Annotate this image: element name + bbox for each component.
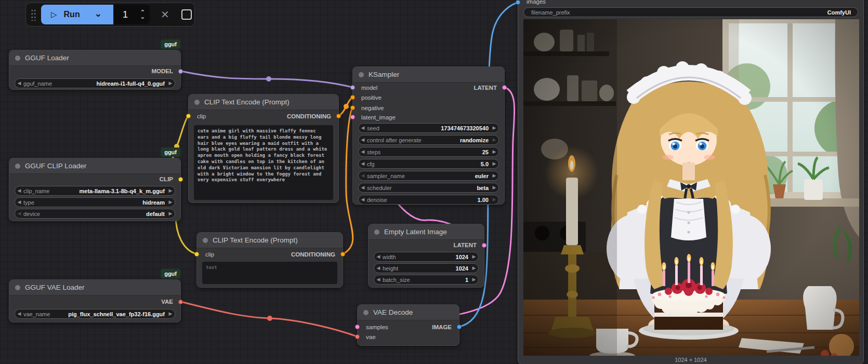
port-image-output[interactable] — [457, 325, 462, 329]
widget-gguf-name[interactable]: ◀ gguf_name hidream-i1-full-q4_0.gguf ▶ — [15, 78, 175, 88]
next-arrow-icon[interactable]: ▶ — [490, 171, 498, 180]
next-arrow-icon[interactable]: ▶ — [470, 252, 478, 261]
reroute-dot[interactable] — [267, 316, 272, 321]
prev-arrow-icon[interactable]: ◀ — [374, 275, 383, 284]
port-latent-image-input[interactable] — [350, 115, 355, 119]
queue-toolbar[interactable]: ▷ Run ⌄ 1 ⌃ ⌄ ✕ — [25, 3, 195, 26]
widget-sampler-name[interactable]: ◀ sampler_name euler ▶ — [358, 171, 499, 181]
queue-count-value[interactable]: 1 — [123, 9, 140, 20]
widget-control-after-generate[interactable]: ◀ control after generate randomize ▶ — [358, 135, 499, 145]
widget-height[interactable]: ◀ height 1024 ▶ — [374, 263, 479, 273]
prev-arrow-icon[interactable]: ◀ — [359, 159, 367, 168]
prev-arrow-icon[interactable]: ◀ — [359, 183, 367, 192]
node-header[interactable]: CLIP Text Encode (Prompt) — [197, 233, 343, 248]
prompt-textarea[interactable]: cute anime girl with massive fluffy fenn… — [194, 125, 333, 200]
widget-scheduler[interactable]: ◀ scheduler beta ▶ — [358, 183, 499, 193]
prompt-textarea-empty[interactable]: text — [202, 262, 337, 284]
queue-count-box[interactable]: 1 ⌃ ⌄ — [114, 5, 150, 24]
next-arrow-icon[interactable]: ▶ — [490, 159, 498, 168]
next-arrow-icon[interactable]: ▶ — [470, 275, 478, 284]
node-header[interactable]: VAE Decode — [358, 305, 459, 320]
drag-handle-icon[interactable] — [30, 8, 36, 21]
prev-arrow-icon[interactable]: ◀ — [15, 186, 23, 195]
prev-arrow-icon[interactable]: ◀ — [359, 171, 367, 180]
node-save-image[interactable]: images filename_prefix ComfyUI — [518, 0, 864, 364]
next-arrow-icon[interactable]: ▶ — [166, 309, 175, 318]
prev-arrow-icon[interactable]: ◀ — [374, 252, 383, 261]
reroute-dot[interactable] — [266, 76, 271, 82]
port-samples-input[interactable] — [355, 325, 360, 329]
port-latent-output[interactable] — [482, 243, 486, 248]
stop-icon[interactable] — [181, 9, 192, 20]
port-latent-output[interactable] — [502, 85, 507, 90]
next-arrow-icon[interactable]: ▶ — [490, 136, 498, 144]
prev-arrow-icon[interactable]: ◀ — [359, 195, 367, 204]
prev-arrow-icon[interactable]: ◀ — [15, 309, 23, 318]
prev-arrow-icon[interactable]: ◀ — [15, 198, 23, 207]
widget-batch-size[interactable]: ◀ batch_size 1 ▶ — [374, 275, 479, 285]
node-gguf-loader[interactable]: gguf GGUF Loader MODEL ◀ gguf_name hidre… — [9, 50, 181, 90]
collapse-dot-icon[interactable] — [203, 238, 208, 243]
node-header[interactable]: KSampler — [353, 67, 504, 83]
prev-arrow-icon[interactable]: ◀ — [359, 147, 367, 156]
widget-cfg[interactable]: ◀ cfg 5.0 ▶ — [358, 159, 499, 169]
node-clip-text-encode-negative[interactable]: CLIP Text Encode (Prompt) clip CONDITION… — [196, 232, 343, 288]
widget-seed[interactable]: ◀ seed 173474673320540 ▶ — [358, 123, 499, 133]
node-header[interactable]: GGUF CLIP Loader — [9, 158, 180, 174]
prev-arrow-icon[interactable]: ◀ — [374, 264, 383, 273]
widget-device[interactable]: ◀ device default ▶ — [15, 209, 175, 219]
collapse-dot-icon[interactable] — [15, 285, 20, 290]
node-vae-decode[interactable]: VAE Decode samples vae IMAGE — [357, 304, 459, 346]
port-vae-output[interactable] — [178, 300, 183, 304]
next-arrow-icon[interactable]: ▶ — [166, 198, 175, 207]
next-arrow-icon[interactable]: ▶ — [490, 147, 498, 156]
collapse-dot-icon[interactable] — [15, 164, 20, 169]
next-arrow-icon[interactable]: ▶ — [166, 209, 175, 218]
port-clip-input[interactable] — [194, 252, 199, 257]
collapse-dot-icon[interactable] — [359, 72, 364, 77]
next-arrow-icon[interactable]: ▶ — [490, 195, 498, 204]
node-header[interactable]: GGUF Loader — [9, 50, 180, 66]
widget-clip-name[interactable]: ◀ clip_name meta-llama-3.1-8b-q4_k_m.ggu… — [15, 186, 175, 196]
widget-filename-prefix[interactable]: filename_prefix ComfyUI — [523, 7, 858, 17]
port-model-output[interactable] — [178, 69, 183, 74]
node-gguf-clip-loader[interactable]: gguf GGUF CLIP Loader CLIP ◀ clip_name m… — [9, 158, 181, 221]
node-clip-text-encode-positive[interactable]: CLIP Text Encode (Prompt) clip CONDITION… — [188, 94, 339, 203]
collapse-dot-icon[interactable] — [374, 230, 379, 235]
prev-arrow-icon[interactable]: ◀ — [359, 136, 367, 144]
next-arrow-icon[interactable]: ▶ — [166, 79, 175, 88]
node-empty-latent-image[interactable]: Empty Latent Image LATENT ◀ width 1024 ▶… — [368, 224, 484, 288]
port-images-input[interactable] — [516, 0, 520, 5]
widget-steps[interactable]: ◀ steps 25 ▶ — [358, 147, 499, 157]
widget-type[interactable]: ◀ type hidream ▶ — [15, 197, 175, 207]
prev-arrow-icon[interactable]: ◀ — [359, 124, 367, 132]
run-button[interactable]: ▷ Run ⌄ — [41, 5, 113, 24]
next-arrow-icon[interactable]: ▶ — [490, 124, 498, 132]
node-ksampler[interactable]: KSampler model positive negative latent_… — [352, 66, 505, 205]
next-arrow-icon[interactable]: ▶ — [166, 186, 175, 195]
next-arrow-icon[interactable]: ▶ — [470, 264, 478, 273]
step-down-icon[interactable]: ⌄ — [140, 15, 145, 19]
port-conditioning-output[interactable] — [336, 114, 341, 118]
next-arrow-icon[interactable]: ▶ — [490, 183, 498, 192]
cancel-icon[interactable]: ✕ — [161, 8, 169, 21]
chevron-down-icon[interactable]: ⌄ — [95, 8, 102, 19]
port-model-input[interactable] — [350, 85, 355, 90]
collapse-dot-icon[interactable] — [194, 100, 200, 105]
port-conditioning-output[interactable] — [340, 252, 345, 257]
collapse-dot-icon[interactable] — [363, 310, 369, 315]
prev-arrow-icon[interactable]: ◀ — [15, 79, 23, 88]
collapse-dot-icon[interactable] — [15, 56, 20, 61]
prev-arrow-icon[interactable]: ◀ — [15, 209, 23, 218]
widget-vae-name[interactable]: ◀ vae_name pig_flux_schnell_vae_fp32-f16… — [15, 309, 175, 319]
node-header[interactable]: CLIP Text Encode (Prompt) — [189, 95, 338, 110]
reroute-dot[interactable] — [344, 104, 349, 109]
node-header[interactable]: Empty Latent Image — [369, 224, 484, 240]
widget-width[interactable]: ◀ width 1024 ▶ — [374, 252, 479, 262]
port-clip-input[interactable] — [186, 114, 191, 118]
node-graph-canvas[interactable]: gguf GGUF Loader MODEL ◀ gguf_name hidre… — [0, 0, 868, 364]
port-vae-input[interactable] — [355, 334, 360, 339]
port-negative-input[interactable] — [350, 105, 355, 110]
widget-denoise[interactable]: ◀ denoise 1.00 ▶ — [358, 195, 499, 205]
port-clip-output[interactable] — [178, 177, 183, 182]
